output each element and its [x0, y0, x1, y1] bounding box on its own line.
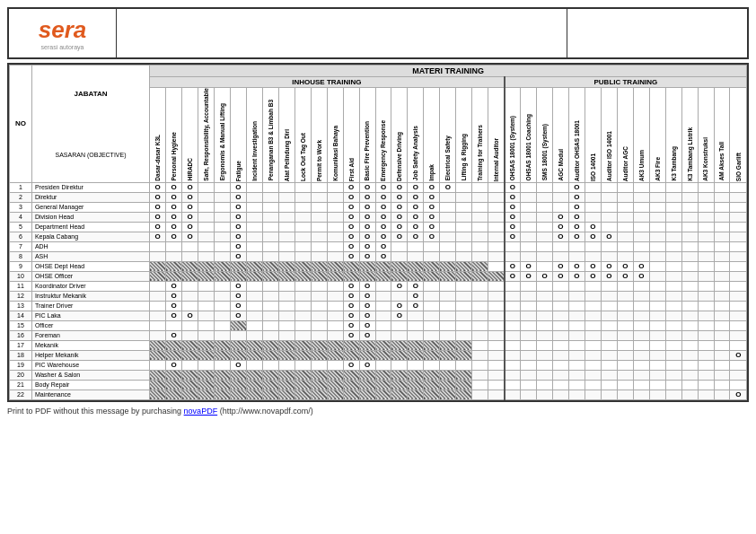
inhouse-cell: O: [391, 232, 408, 241]
inhouse-cell: [456, 320, 472, 330]
footer-text: Print to PDF: [7, 407, 51, 416]
public-col-header: AM Akses Tall: [714, 88, 730, 183]
inhouse-cell: [472, 202, 488, 212]
inhouse-cell: [214, 241, 230, 251]
col-header-7: Penanganan B3 & Limbah B3: [268, 100, 274, 180]
inhouse-cell: O: [408, 202, 424, 212]
public-cell: [698, 271, 714, 281]
public-cell: [698, 311, 714, 320]
public-cell: [505, 320, 521, 330]
public-cell: [714, 251, 730, 261]
public-cell: O: [568, 271, 585, 281]
inhouse-cell: [456, 241, 472, 251]
inhouse-cell: [166, 390, 182, 399]
public-cell: [505, 380, 521, 390]
inhouse-cell: [327, 390, 343, 399]
inhouse-cell: [262, 301, 278, 311]
col-header-17: Impak: [428, 164, 435, 181]
inhouse-cell: [262, 291, 278, 301]
public-cell: [665, 390, 681, 399]
public-cell: [601, 330, 617, 340]
inhouse-cell: [488, 271, 505, 281]
public-cell: [633, 212, 649, 222]
inhouse-cell: [327, 222, 343, 232]
row-number: 9: [10, 261, 32, 271]
footer-link[interactable]: novaPDF: [184, 407, 218, 416]
inhouse-cell: O: [182, 222, 198, 232]
public-cell: [698, 251, 714, 261]
inhouse-cell: [327, 212, 343, 222]
public-cell: [665, 311, 681, 320]
inhouse-cell: [375, 390, 391, 399]
col-header-5: Fatigue: [235, 161, 242, 181]
public-cell: [537, 202, 553, 212]
public-cell: [601, 202, 617, 212]
row-number: 14: [10, 311, 32, 320]
inhouse-cell: [294, 311, 311, 320]
inhouse-cell: [198, 281, 215, 291]
public-cell: [601, 192, 617, 202]
inhouse-cell: [262, 281, 278, 291]
inhouse-cell: [424, 360, 440, 370]
pub-col-header-12: AK3 Konstruksi: [702, 137, 708, 181]
public-cell: [633, 192, 649, 202]
public-cell: [681, 222, 698, 232]
public-cell: [714, 350, 730, 360]
public-cell: [553, 301, 569, 311]
inhouse-cell: [359, 380, 375, 390]
public-cell: [649, 212, 665, 222]
public-cell: [665, 232, 681, 241]
public-cell: [730, 241, 747, 251]
public-cell: [521, 281, 537, 291]
inhouse-cell: [391, 320, 408, 330]
public-cell: [505, 311, 521, 320]
inhouse-cell: [456, 291, 472, 301]
inhouse-cell: [214, 360, 230, 370]
public-cell: [585, 320, 601, 330]
public-cell: [698, 360, 714, 370]
inhouse-cell: [472, 212, 488, 222]
public-cell: [649, 202, 665, 212]
public-cell: [617, 370, 633, 380]
inhouse-cell: [294, 212, 311, 222]
inhouse-cell: [198, 320, 215, 330]
table-row: 10OHSE OfficerOOOOOOOOO: [10, 271, 747, 281]
inhouse-cell: [246, 350, 262, 360]
row-jabatan: Instruktur Mekanik: [31, 291, 149, 301]
inhouse-cell: O: [343, 320, 359, 330]
col-header-16: Job Safety Analysis: [412, 126, 418, 180]
public-cell: [681, 192, 698, 202]
public-cell: [521, 291, 537, 301]
row-number: 16: [10, 330, 32, 340]
inhouse-cell: [488, 311, 505, 320]
inhouse-col-header: Lock Out Tag Out: [294, 88, 311, 183]
inhouse-cell: [246, 241, 262, 251]
public-cell: [698, 212, 714, 222]
inhouse-cell: [327, 301, 343, 311]
inhouse-cell: [198, 261, 215, 271]
public-cell: [633, 311, 649, 320]
inhouse-cell: [262, 182, 278, 192]
inhouse-cell: O: [391, 192, 408, 202]
public-cell: [521, 212, 537, 222]
inhouse-cell: [424, 281, 440, 291]
public-cell: [553, 380, 569, 390]
col-header-1: Personal Hygiene: [171, 132, 177, 181]
public-cell: [698, 350, 714, 360]
inhouse-cell: [488, 350, 505, 360]
public-cell: [698, 291, 714, 301]
public-cell: [649, 182, 665, 192]
table-row: 15OfficerOO: [10, 320, 747, 330]
public-cell: [568, 301, 585, 311]
inhouse-cell: [278, 182, 294, 192]
inhouse-cell: [327, 271, 343, 281]
col-header-14: Emergency Response: [380, 120, 386, 181]
inhouse-cell: [424, 261, 440, 271]
public-cell: [649, 380, 665, 390]
table-row: 21Body Repair: [10, 380, 747, 390]
public-cell: [730, 271, 747, 281]
inhouse-cell: O: [424, 182, 440, 192]
inhouse-cell: [440, 232, 456, 241]
public-cell: [553, 330, 569, 340]
inhouse-cell: O: [359, 212, 375, 222]
